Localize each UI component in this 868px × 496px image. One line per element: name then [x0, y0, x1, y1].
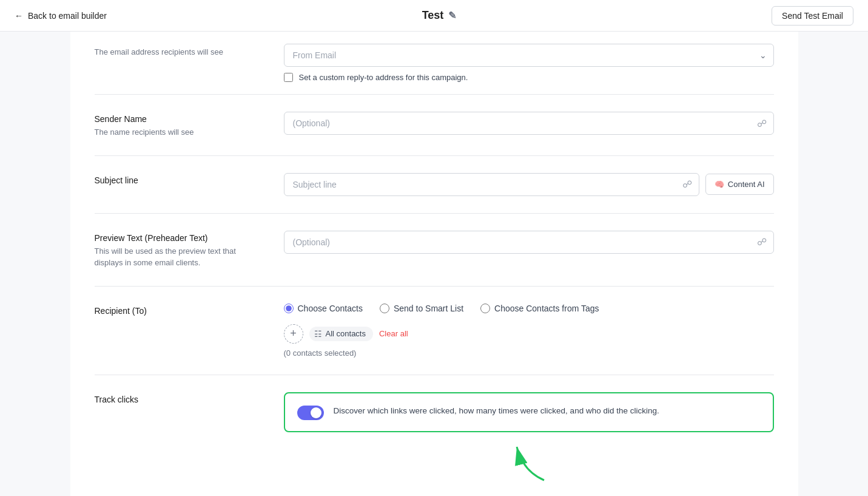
page-title: Test	[422, 9, 444, 22]
contacts-row: + ☷ All contacts Clear all	[284, 324, 774, 344]
radio-choose-contacts[interactable]: Choose Contacts	[284, 304, 363, 313]
reply-to-label[interactable]: Set a custom reply-to address for this c…	[299, 73, 468, 82]
toggle-slider	[297, 406, 324, 420]
content-ai-button[interactable]: 🧠 Content AI	[705, 174, 774, 195]
sender-name-desc: The name recipients will see	[95, 126, 264, 138]
radio-choose-contacts-input[interactable]	[284, 304, 294, 313]
preview-text-row: Preview Text (Preheader Text) This will …	[95, 214, 774, 287]
back-button[interactable]: ← Back to email builder	[15, 11, 107, 21]
recipient-radio-group: Choose Contacts Send to Smart List Choos…	[284, 304, 774, 313]
radio-choose-contacts-label: Choose Contacts	[298, 304, 363, 313]
track-clicks-title: Track clicks	[95, 395, 264, 404]
arrow-annotation	[284, 438, 774, 483]
contacts-count: (0 contacts selected)	[284, 348, 774, 358]
recipient-title: Recipient (To)	[95, 306, 264, 316]
track-clicks-input-col: Discover which links were clicked, how m…	[284, 392, 774, 483]
subject-line-input-col: ☍ 🧠 Content AI	[284, 173, 774, 196]
preview-text-input-wrapper: ☍	[284, 231, 774, 254]
all-contacts-label: All contacts	[326, 329, 366, 338]
from-email-label-col: The email address recipients will see	[95, 44, 264, 58]
track-clicks-row: Track clicks Discover which links were c…	[95, 375, 774, 497]
track-clicks-description: Discover which links were clicked, how m…	[334, 404, 659, 418]
radio-from-tags-label: Choose Contacts from Tags	[494, 304, 599, 313]
edit-icon[interactable]: ✎	[448, 10, 456, 21]
recipient-row: Recipient (To) Choose Contacts Send to S…	[95, 287, 774, 375]
from-email-row: The email address recipients will see Fr…	[95, 32, 774, 95]
track-clicks-label-col: Track clicks	[95, 392, 264, 407]
preview-text-input-col: ☍	[284, 231, 774, 254]
preview-text-desc: This will be used as the preview text th…	[95, 245, 264, 269]
sender-name-label-col: Sender Name The name recipients will see	[95, 112, 264, 138]
plus-icon: +	[290, 327, 297, 340]
clear-all-link[interactable]: Clear all	[379, 329, 408, 338]
send-test-email-button[interactable]: Send Test Email	[772, 6, 853, 25]
radio-smart-list-label: Send to Smart List	[394, 304, 463, 313]
radio-from-tags-input[interactable]	[480, 304, 490, 313]
preview-text-title: Preview Text (Preheader Text)	[95, 233, 264, 243]
reply-to-checkbox[interactable]	[284, 73, 293, 82]
subject-line-row: Subject line ☍ 🧠 Content AI	[95, 156, 774, 214]
header: ← Back to email builder Test ✎ Send Test…	[0, 0, 868, 32]
subject-line-input[interactable]	[284, 173, 699, 196]
add-contact-button[interactable]: +	[284, 324, 303, 344]
recipient-input-col: Choose Contacts Send to Smart List Choos…	[284, 304, 774, 358]
preview-text-label-col: Preview Text (Preheader Text) This will …	[95, 231, 264, 269]
green-arrow-icon	[505, 441, 553, 483]
radio-smart-list[interactable]: Send to Smart List	[380, 304, 463, 313]
subject-line-input-row: ☍ 🧠 Content AI	[284, 173, 774, 196]
all-contacts-chip: ☷ All contacts	[309, 327, 373, 341]
subject-line-input-wrapper: ☍	[284, 173, 699, 196]
subject-line-title: Subject line	[95, 175, 264, 185]
from-email-desc: The email address recipients will see	[95, 46, 264, 58]
sender-name-input-wrapper: ☍	[284, 112, 774, 135]
arrow-left-icon: ←	[15, 11, 23, 21]
from-email-input-col: From Email ⌄ Set a custom reply-to addre…	[284, 44, 774, 82]
recipient-label-col: Recipient (To)	[95, 304, 264, 318]
track-clicks-box: Discover which links were clicked, how m…	[284, 392, 774, 432]
sender-name-input-col: ☍	[284, 112, 774, 135]
back-label: Back to email builder	[28, 11, 107, 21]
radio-smart-list-input[interactable]	[380, 304, 389, 313]
main-content: The email address recipients will see Fr…	[70, 32, 798, 496]
header-right: Send Test Email	[772, 6, 853, 25]
track-clicks-toggle[interactable]	[297, 406, 324, 420]
content-ai-label: Content AI	[728, 180, 765, 189]
reply-to-checkbox-row: Set a custom reply-to address for this c…	[284, 73, 774, 82]
preview-text-input[interactable]	[284, 231, 774, 254]
ai-icon: 🧠	[715, 180, 724, 189]
header-center: Test ✎	[422, 9, 457, 22]
subject-line-label-col: Subject line	[95, 173, 264, 188]
radio-from-tags[interactable]: Choose Contacts from Tags	[480, 304, 599, 313]
contacts-chip-icon: ☷	[314, 329, 322, 339]
from-email-select[interactable]: From Email	[284, 44, 774, 67]
sender-name-row: Sender Name The name recipients will see…	[95, 95, 774, 156]
sender-name-title: Sender Name	[95, 114, 264, 124]
sender-name-input[interactable]	[284, 112, 774, 135]
from-email-select-wrapper: From Email ⌄	[284, 44, 774, 67]
